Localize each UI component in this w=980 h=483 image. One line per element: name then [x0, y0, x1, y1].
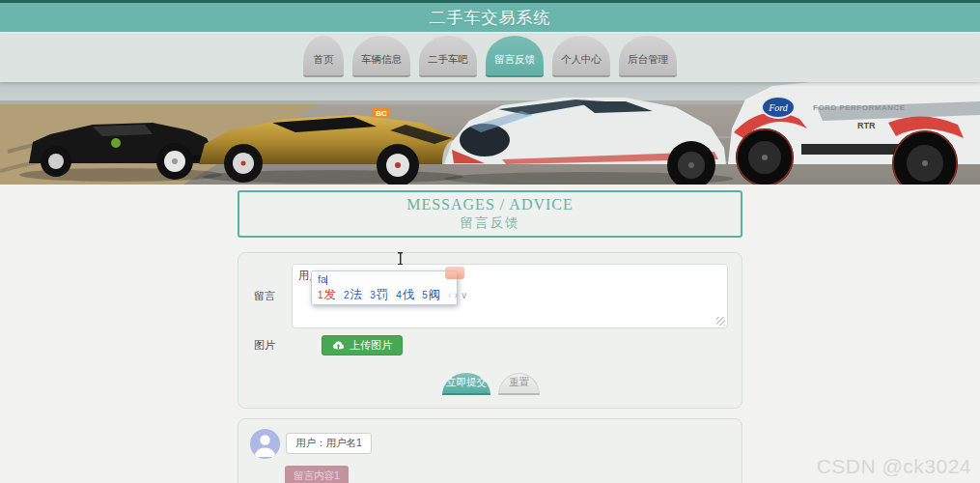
page-title: 二手车交易系统 [430, 7, 551, 29]
nav-tab-label: 个人中心 [561, 53, 602, 67]
section-title-box: MESSAGES / ADVICE 留言反馈 [238, 190, 742, 238]
nav-tab-admin[interactable]: 后台管理 [619, 36, 677, 77]
user-avatar [250, 429, 280, 459]
ime-candidate-1[interactable]: 1发 [318, 288, 336, 302]
section-title-zh: 留言反馈 [239, 214, 741, 231]
ime-candidate-2[interactable]: 2法 [344, 288, 362, 302]
submit-button-label: 立即提交 [446, 376, 487, 389]
section-title-en: MESSAGES / ADVICE [239, 195, 741, 214]
nav-bar: 首页 车辆信息 二手车吧 留言反馈 个人中心 后台管理 [0, 33, 980, 82]
ime-more-icon[interactable]: ∨ [461, 288, 467, 302]
nav-tab-label: 留言反馈 [494, 53, 535, 67]
watermark: CSDN @ck3024 [817, 455, 971, 478]
ime-candidate-list: 1发 2法 3罚 4伐 5阀 ‹ › ∨ [312, 286, 457, 302]
ime-logo-icon [445, 267, 464, 279]
image-label: 图片 [254, 338, 277, 353]
nav-tab-label: 首页 [314, 53, 334, 67]
bc-logo-text: BC [376, 109, 387, 118]
nav-tab-feedback[interactable]: 留言反馈 [486, 36, 544, 77]
ime-candidate-3[interactable]: 3罚 [370, 288, 388, 302]
ford-logo-text: Ford [768, 102, 789, 113]
ime-caret [326, 275, 327, 285]
nav-tab-home[interactable]: 首页 [303, 36, 344, 77]
rtr-logo-text: RTR [857, 121, 876, 130]
nav-tab-label: 车辆信息 [361, 53, 402, 67]
textarea-resize-grip[interactable] [716, 317, 725, 326]
ime-candidate-5[interactable]: 5阀 [422, 288, 440, 302]
upload-cloud-icon [332, 339, 345, 352]
ime-composition: fa [312, 271, 457, 286]
nav-tab-vehicle-info[interactable]: 车辆信息 [352, 36, 410, 77]
reset-button[interactable]: 重置 [498, 373, 540, 395]
comment-content-badge: 留言内容1 [285, 466, 349, 483]
ibeam-cursor [396, 252, 405, 265]
ford-performance-text: FORD PERFORMANCE [813, 103, 906, 112]
upload-button-label: 上传图片 [350, 338, 392, 353]
nav-tab-personal-center[interactable]: 个人中心 [552, 36, 610, 77]
comment-panel: 用户：用户名1 留言内容1 [238, 418, 742, 483]
ime-page-next-icon[interactable]: › [455, 288, 458, 302]
message-label: 留言 [254, 289, 277, 303]
nav-tab-label: 二手车吧 [428, 53, 468, 67]
submit-button[interactable]: 立即提交 [442, 373, 490, 395]
ime-page-prev-icon[interactable]: ‹ [448, 288, 451, 302]
app-header: 二手车交易系统 [0, 3, 980, 33]
banner-image: BC Ford FORD PERFORMANCE RTR [0, 82, 980, 185]
reset-button-label: 重置 [509, 376, 529, 389]
ime-candidate-4[interactable]: 4伐 [396, 288, 414, 302]
upload-image-button[interactable]: 上传图片 [322, 335, 403, 355]
person-icon [250, 429, 280, 459]
nav-tab-used-car-bar[interactable]: 二手车吧 [419, 36, 477, 77]
nav-tab-label: 后台管理 [628, 53, 668, 67]
comment-user-label: 用户：用户名1 [286, 433, 372, 454]
ime-popup: fa 1发 2法 3罚 4伐 5阀 ‹ › ∨ [311, 270, 458, 305]
